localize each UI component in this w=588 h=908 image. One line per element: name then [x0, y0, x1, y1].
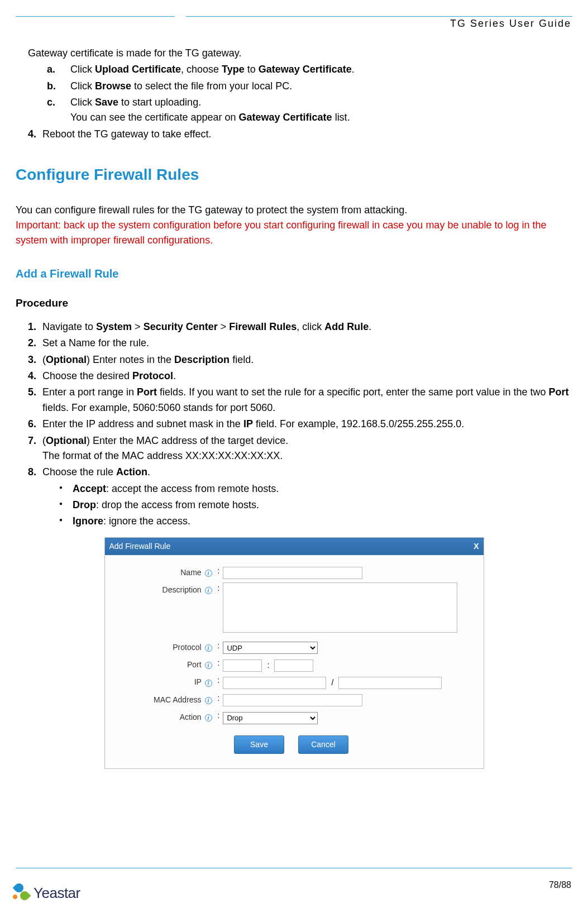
text: Click — [70, 80, 95, 92]
text: list. — [332, 112, 350, 123]
dialog-titlebar: Add Firewall Rule X — [105, 538, 484, 555]
important-note: Important: back up the system configurat… — [16, 218, 572, 248]
step-4: 4. Reboot the TG gateway to take effect. — [28, 127, 572, 142]
text: : ignore the access. — [103, 515, 190, 527]
cert-step-c-note: You can see the certificate appear on Ga… — [70, 110, 572, 125]
action-select[interactable]: Drop — [223, 712, 318, 724]
text: . — [173, 370, 176, 381]
bold: Add Rule — [324, 321, 369, 332]
label-text: Action — [180, 713, 202, 721]
label-3: 3. — [28, 352, 36, 367]
label-5: 5. — [28, 385, 36, 400]
cancel-button[interactable]: Cancel — [298, 735, 348, 754]
protocol-select[interactable]: UDP — [223, 642, 318, 654]
proc-step-2: 2. Set a Name for the rule. — [28, 336, 572, 351]
subsection-heading: Add a Firewall Rule — [16, 265, 572, 282]
bold: Type — [222, 64, 245, 75]
label-ip: IP i — [109, 675, 216, 688]
save-button[interactable]: Save — [234, 735, 284, 754]
colon: : — [216, 640, 223, 652]
description-input[interactable] — [223, 582, 457, 633]
label-protocol: Protocol i — [109, 640, 216, 653]
label-mac: MAC Address i — [109, 692, 216, 706]
info-icon[interactable]: i — [205, 714, 212, 721]
yeastar-logo: Yeastar — [12, 883, 80, 902]
text: , choose — [181, 64, 222, 75]
port-from-input[interactable] — [223, 660, 262, 672]
text: , click — [297, 321, 324, 332]
row-port: Port i : : — [109, 657, 474, 672]
info-icon[interactable]: i — [205, 644, 212, 652]
text: Enter a port range in — [42, 386, 137, 398]
row-name: Name i : — [109, 565, 474, 580]
text: field. For example, 192.168.5.0/255.255.… — [253, 418, 464, 429]
text: > — [218, 321, 230, 332]
info-icon[interactable]: i — [205, 570, 212, 577]
text: . — [369, 321, 371, 332]
label-text: MAC Address — [154, 695, 202, 704]
colon: : — [216, 710, 223, 721]
add-firewall-rule-dialog: Add Firewall Rule X Name i : Description… — [104, 537, 484, 769]
bold: Upload Certificate — [95, 64, 181, 75]
port-to-input[interactable] — [274, 660, 313, 672]
action-drop: Drop: drop the access from remote hosts. — [55, 498, 572, 513]
dialog-body: Name i : Description i : Protocol i : UD… — [105, 555, 484, 768]
action-ignore: Ignore: ignore the access. — [55, 514, 572, 529]
dialog-buttons: Save Cancel — [109, 728, 474, 763]
label-8: 8. — [28, 465, 36, 480]
proc-step-4: 4. Choose the desired Protocol. — [28, 369, 572, 384]
proc-step-8: 8. Choose the rule Action. Accept: accep… — [28, 465, 572, 529]
close-icon[interactable]: X — [474, 541, 479, 552]
text: fields. If you want to set the rule for … — [157, 386, 548, 398]
bold: Ignore — [73, 515, 103, 527]
label-1: 1. — [28, 319, 36, 334]
colon: : — [216, 692, 223, 704]
name-input[interactable] — [223, 567, 362, 579]
text: Reboot the TG gateway to take effect. — [42, 128, 212, 140]
label-a: a. — [47, 62, 55, 77]
cert-step-a: a. Click Upload Certificate, choose Type… — [47, 62, 572, 77]
ip-separator: / — [329, 678, 336, 687]
bold: Browse — [95, 80, 131, 92]
label-description: Description i — [109, 582, 216, 596]
colon: : — [216, 565, 223, 577]
text: : drop the access from remote hosts. — [96, 499, 259, 510]
ip-input[interactable] — [223, 677, 326, 689]
header-divider-right — [186, 16, 572, 17]
footer-divider — [16, 868, 572, 868]
action-list: Accept: accept the access from remote ho… — [42, 481, 572, 529]
text: Enter the IP address and subnet mask in … — [42, 418, 243, 429]
info-icon[interactable]: i — [205, 697, 212, 704]
action-accept: Accept: accept the access from remote ho… — [55, 481, 572, 496]
text: Choose the rule — [42, 466, 116, 477]
row-description: Description i : — [109, 582, 474, 637]
text: field. — [230, 354, 254, 365]
bold: Gateway Certificate — [259, 64, 352, 75]
mask-input[interactable] — [338, 677, 442, 689]
label-2: 2. — [28, 336, 36, 351]
bold: Description — [174, 354, 230, 365]
cert-step-c: c. Click Save to start uploading. You ca… — [47, 95, 572, 126]
mac-input[interactable] — [223, 694, 362, 706]
info-icon[interactable]: i — [205, 587, 212, 594]
label-6: 6. — [28, 417, 36, 432]
label-7: 7. — [28, 433, 36, 448]
bold: Drop — [73, 499, 96, 510]
text: : accept the access from remote hosts. — [106, 483, 279, 494]
label-text: Port — [187, 660, 202, 669]
info-icon[interactable]: i — [205, 680, 212, 687]
colon: : — [216, 675, 223, 686]
info-icon[interactable]: i — [205, 662, 212, 669]
text: . — [352, 64, 355, 75]
bold: Port — [548, 386, 568, 398]
bold: Protocol — [132, 370, 173, 381]
label-4: 4. — [28, 369, 36, 384]
row-action: Action i : Drop — [109, 710, 474, 725]
label-text: Name — [180, 568, 201, 577]
bold: System — [96, 321, 132, 332]
procedure-heading: Procedure — [16, 295, 572, 312]
bold: Optional — [46, 435, 87, 446]
text: You can see the certificate appear on — [70, 112, 239, 123]
row-protocol: Protocol i : UDP — [109, 640, 474, 655]
text: Click — [70, 97, 95, 108]
